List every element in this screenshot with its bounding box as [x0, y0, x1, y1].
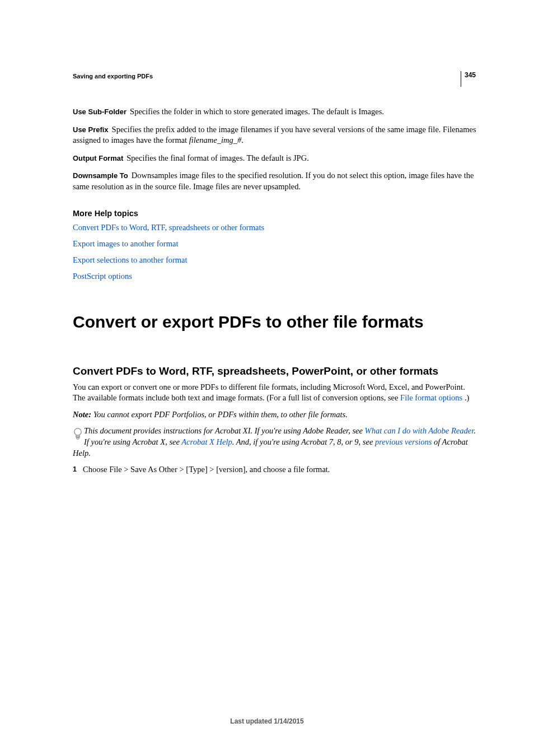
section-title: Convert PDFs to Word, RTF, spreadsheets,… [73, 365, 478, 377]
page-title: Convert or export PDFs to other file for… [73, 312, 478, 332]
option-label: Use Sub-Folder [73, 108, 127, 116]
option-label: Use Prefix [73, 125, 109, 134]
option-description: Downsamples image files to the specified… [73, 171, 474, 191]
body-paragraph: You can export or convert one or more PD… [73, 382, 478, 404]
option-use-subfolder: Use Sub-FolderSpecifies the folder in wh… [73, 106, 478, 118]
help-link-postscript[interactable]: PostScript options [73, 271, 478, 282]
footer-last-updated: Last updated 1/14/2015 [0, 717, 534, 725]
tip-text: . And, if you're using Acrobat 7, 8, or … [232, 437, 375, 446]
option-description-post: . [241, 136, 243, 144]
help-link-export-selections[interactable]: Export selections to another format [73, 255, 478, 265]
tip-block: This document provides instructions for … [73, 426, 478, 459]
step-text: Choose File > Save As Other > [Type] > [… [83, 464, 330, 475]
note-text: You cannot export PDF Portfolios, or PDF… [93, 410, 348, 419]
svg-point-2 [77, 438, 79, 439]
option-use-prefix: Use PrefixSpecifies the prefix added to … [73, 124, 478, 146]
option-downsample-to: Downsample ToDownsamples image files to … [73, 170, 478, 192]
option-description: Specifies the folder in which to store g… [130, 107, 384, 116]
note: Note: You cannot export PDF Portfolios, … [73, 409, 478, 421]
adobe-reader-link[interactable]: What can I do with Adobe Reader [365, 426, 474, 435]
option-output-format: Output FormatSpecifies the final format … [73, 153, 478, 164]
more-help-heading: More Help topics [73, 209, 478, 218]
step-number: 1 [73, 464, 83, 475]
help-link-convert[interactable]: Convert PDFs to Word, RTF, spreadsheets … [73, 222, 478, 233]
acrobat-x-help-link[interactable]: Acrobat X Help [181, 437, 232, 446]
section-header: Saving and exporting PDFs [73, 73, 478, 80]
help-link-export-images[interactable]: Export images to another format [73, 239, 478, 249]
option-italic: filename_img_# [189, 136, 241, 144]
lightbulb-icon [73, 427, 83, 442]
step-1: 1 Choose File > Save As Other > [Type] >… [73, 464, 478, 475]
file-format-options-link[interactable]: File format options [400, 393, 465, 402]
page-number: 345 [461, 71, 476, 87]
body-text-post: .) [465, 393, 469, 402]
tip-text: This document provides instructions for … [84, 426, 365, 435]
option-label: Downsample To [73, 171, 128, 180]
option-label: Output Format [73, 154, 123, 162]
previous-versions-link[interactable]: previous versions [375, 437, 432, 446]
option-description: Specifies the prefix added to the image … [73, 125, 476, 145]
option-description: Specifies the final format of images. Th… [127, 153, 309, 162]
svg-point-0 [74, 428, 81, 435]
note-label: Note: [73, 410, 93, 419]
